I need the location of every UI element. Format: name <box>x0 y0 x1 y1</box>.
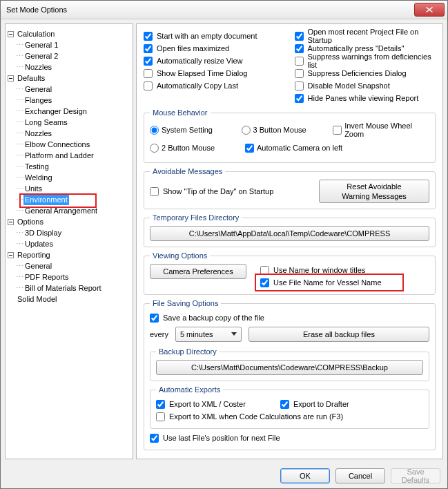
ok-button[interactable]: OK <box>280 468 330 483</box>
chk-use-file-vessel[interactable]: Use File Name for Vessel Name <box>260 276 429 289</box>
tree-options[interactable]: Options <box>7 216 131 227</box>
tree-calc-general2[interactable]: ⋯General 2 <box>7 50 131 61</box>
window-title: Set Mode Options <box>6 6 414 14</box>
tree-calc-nozzles[interactable]: ⋯Nozzles <box>7 61 131 73</box>
cancel-button[interactable]: Cancel <box>335 468 385 483</box>
tree-def-environment[interactable]: ⋯Environment <box>7 194 131 205</box>
legend-filesave: File Saving Options <box>150 299 221 307</box>
legend-temp: Temporary Files Directory <box>150 213 242 222</box>
tree-def-general[interactable]: ⋯General <box>7 84 131 95</box>
radio-three[interactable]: 3 Button Mouse <box>242 126 328 135</box>
tree-reporting[interactable]: Reporting <box>7 249 131 260</box>
tree-rep-bom[interactable]: ⋯Bill of Materials Report <box>7 282 131 294</box>
tree-solidmodel[interactable]: Solid Model <box>7 294 131 305</box>
group-file-saving: File Saving Options Save a backup copy o… <box>144 299 436 450</box>
group-auto-exports: Automatic Exports Export to XML / Coster… <box>150 385 429 429</box>
chk-open-max[interactable]: Open files maximized <box>144 42 285 55</box>
chk-invert-wheel[interactable]: Invert Mouse Wheel Zoom <box>333 124 429 136</box>
btn-backup-path[interactable]: C:\Users\Matt\Documents\Codeware\COMPRES… <box>156 360 423 375</box>
btn-camera-prefs[interactable]: Camera Preferences <box>150 264 246 279</box>
chk-xml-coster[interactable]: Export to XML / Coster <box>156 398 273 410</box>
tree-def-units[interactable]: ⋯Units <box>7 183 131 194</box>
nav-tree[interactable]: Calculation ⋯General 1 ⋯General 2 ⋯Nozzl… <box>5 23 133 459</box>
chk-tip-of-day[interactable]: Show "Tip of the Day" on Startup <box>150 185 312 198</box>
chk-suppress-warn[interactable]: Suppress warnings from deficiencies list <box>295 55 436 67</box>
tree-rep-general[interactable]: ⋯General <box>7 260 131 271</box>
group-avoidable: Avoidable Messages Show "Tip of the Day"… <box>144 167 436 209</box>
legend-avoidable: Avoidable Messages <box>150 167 225 175</box>
chk-drafter[interactable]: Export to Drafter <box>280 398 349 410</box>
chk-hide-panes[interactable]: Hide Panes while viewing Report <box>295 92 436 104</box>
tree-def-longseams[interactable]: ⋯Long Seams <box>7 117 131 128</box>
tree-calc-general1[interactable]: ⋯General 1 <box>7 39 131 50</box>
chk-save-backup[interactable]: Save a backup copy of the file <box>150 311 429 324</box>
options-panel: Start with an empty document Open files … <box>136 23 443 459</box>
group-temp-dir: Temporary Files Directory C:\Users\Matt\… <box>144 213 436 247</box>
chk-resize-view[interactable]: Automatically resize View <box>144 55 285 67</box>
chk-last-pos[interactable]: Use last File's position for next File <box>150 432 429 444</box>
chk-cam-left[interactable]: Automatic Camera on left <box>245 142 342 154</box>
group-viewing: Viewing Options Camera Preferences Use N… <box>144 251 436 295</box>
tree-def-elbow[interactable]: ⋯Elbow Connections <box>7 139 131 150</box>
close-button[interactable] <box>414 3 445 17</box>
group-mouse: Mouse Behavior System Setting 3 Button M… <box>144 108 436 163</box>
btn-temp-path[interactable]: C:\Users\Matt\AppData\Local\Temp\Codewar… <box>150 226 429 241</box>
tree-opt-3d[interactable]: ⋯3D Display <box>7 227 131 238</box>
btn-erase-backup[interactable]: Erase all backup files <box>249 327 429 342</box>
tree-def-flanges[interactable]: ⋯Flanges <box>7 95 131 106</box>
chk-open-recent[interactable]: Open most recent Project File on Startup <box>295 30 436 42</box>
btn-reset-avoidable[interactable]: Reset Avoidable Warning Messages <box>319 180 429 203</box>
tree-opt-updates[interactable]: ⋯Updates <box>7 238 131 249</box>
chk-copy-last[interactable]: Automatically Copy Last <box>144 79 285 92</box>
tree-calculation[interactable]: Calculation <box>7 28 131 39</box>
legend-autoexp: Automatic Exports <box>156 385 223 394</box>
chk-xml-f3[interactable]: Export to XML when Code Calculations are… <box>156 410 423 423</box>
save-defaults-button[interactable]: Save Defaults <box>391 468 440 483</box>
tree-def-nozzles[interactable]: ⋯Nozzles <box>7 128 131 139</box>
legend-viewing: Viewing Options <box>150 251 210 260</box>
titlebar: Set Mode Options <box>1 1 447 19</box>
legend-backup: Backup Directory <box>156 347 220 356</box>
label-every: every <box>150 330 168 338</box>
radio-system[interactable]: System Setting <box>150 126 236 135</box>
radio-two[interactable]: 2 Button Mouse <box>150 144 240 153</box>
chk-use-name-title[interactable]: Use Name for window titles <box>260 264 429 276</box>
legend-mouse: Mouse Behavior <box>150 108 211 117</box>
dialog-window: Set Mode Options Calculation ⋯General 1 … <box>0 0 448 489</box>
tree-def-platform[interactable]: ⋯Platform and Ladder <box>7 150 131 161</box>
select-interval[interactable]: 5 minutes <box>175 327 242 342</box>
tree-def-genarr[interactable]: ⋯General Arrangement <box>7 205 131 216</box>
chk-disable-snap[interactable]: Disable Model Snapshot <box>295 79 436 92</box>
chk-show-elapsed[interactable]: Show Elapsed Time Dialog <box>144 67 285 79</box>
tree-defaults[interactable]: Defaults <box>7 73 131 84</box>
tree-def-exchanger[interactable]: ⋯Exchanger Design <box>7 106 131 117</box>
tree-def-welding[interactable]: ⋯Welding <box>7 172 131 183</box>
group-backup-dir: Backup Directory C:\Users\Matt\Documents… <box>150 347 429 381</box>
tree-def-testing[interactable]: ⋯Testing <box>7 161 131 172</box>
dialog-footer: OK Cancel Save Defaults <box>1 463 447 488</box>
close-icon <box>426 7 433 12</box>
tree-rep-pdf[interactable]: ⋯PDF Reports <box>7 271 131 282</box>
chk-start-empty[interactable]: Start with an empty document <box>144 30 285 42</box>
